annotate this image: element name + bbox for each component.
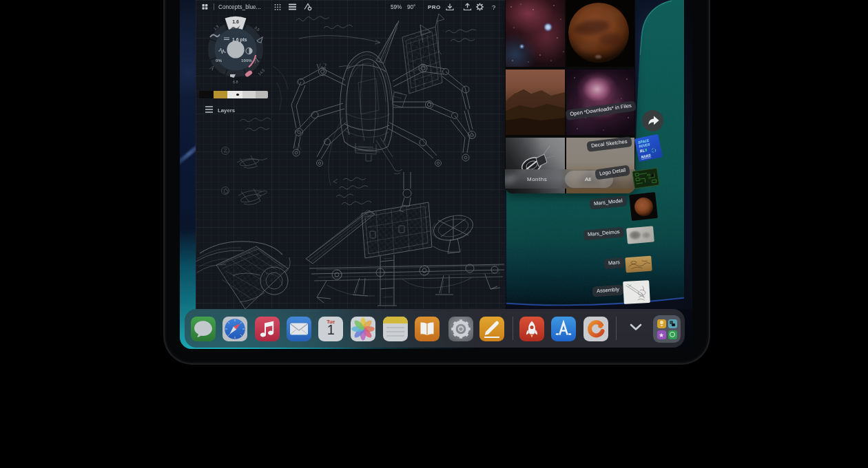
svg-text:MARS: MARS [640,153,652,160]
svg-text:6.8: 6.8 [233,80,238,84]
svg-text:#1: #1 [647,173,651,177]
svg-text:Layers: Layers [218,107,236,114]
svg-text:?: ? [492,3,495,11]
svg-text:14.5: 14.5 [257,68,265,76]
svg-text:1.6 pts: 1.6 pts [232,37,247,43]
svg-text:0%: 0% [216,58,222,63]
svg-text:59%: 59% [391,4,402,10]
svg-text:RL5: RL5 [639,147,648,153]
svg-text:1.6: 1.6 [232,19,239,24]
svg-text:90°: 90° [407,4,415,10]
svg-text:Concepts_blue...: Concepts_blue... [218,4,260,10]
svg-text:100%: 100% [241,58,252,63]
svg-text:A: A [208,64,216,72]
svg-text:PRO: PRO [428,4,441,10]
